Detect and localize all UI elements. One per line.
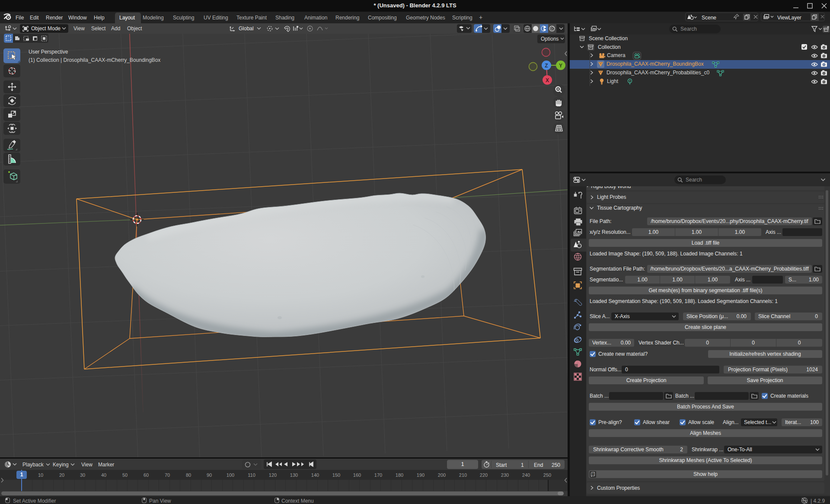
svg-text:?: ? [592,473,594,475]
svg-text:Z: Z [545,63,548,69]
svg-text:Y: Y [559,63,562,69]
svg-text:X: X [546,77,549,83]
